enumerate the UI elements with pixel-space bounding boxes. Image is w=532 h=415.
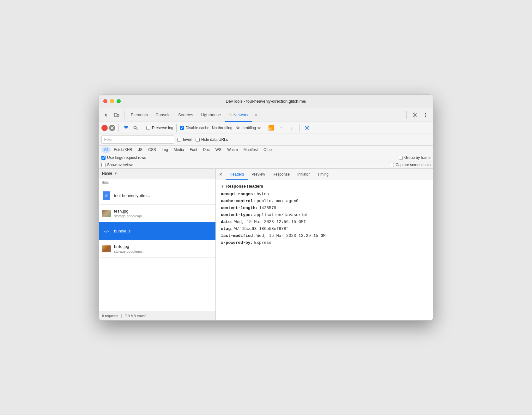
record-button[interactable] (101, 125, 108, 131)
detail-tab-preview[interactable]: Preview (248, 169, 269, 180)
detail-tab-response[interactable]: Response (269, 169, 293, 180)
network-settings-icon[interactable] (303, 123, 311, 132)
detail-tab-timing[interactable]: Timing (313, 169, 332, 180)
resource-tab-other[interactable]: Other (261, 147, 275, 153)
network-divider-3 (176, 124, 177, 132)
resource-tab-ws[interactable]: WS (213, 147, 224, 153)
detail-tab-headers[interactable]: Headers (226, 169, 248, 180)
resource-tab-media[interactable]: Media (171, 147, 187, 153)
js-file-icon: </> (102, 227, 111, 236)
file-name-brrto: brrto.jpg (114, 244, 145, 249)
invert-checkbox[interactable] (177, 138, 181, 142)
header-value: Wed, 15 Mar 2023 12:29:15 GMT (257, 233, 328, 238)
tab-console[interactable]: Console (152, 108, 174, 122)
img-file-icon (102, 209, 111, 218)
close-button[interactable] (103, 99, 107, 103)
resource-tab-css[interactable]: CSS (146, 147, 159, 153)
filter-bar: Invert Hide data URLs (99, 134, 433, 146)
tab-sources[interactable]: Sources (175, 108, 196, 122)
hide-data-urls-label[interactable]: Hide data URLs (196, 137, 228, 142)
download-icon[interactable]: ↓ (287, 123, 296, 132)
upload-icon[interactable]: ↑ (276, 123, 285, 132)
use-large-rows-checkbox[interactable] (101, 156, 106, 160)
resource-tab-font[interactable]: Font (187, 147, 200, 153)
options-row-1: Use large request rows Group by frame (99, 154, 433, 161)
maximize-button[interactable] (117, 99, 121, 103)
svg-line-9 (136, 129, 137, 130)
show-overview-checkbox[interactable] (101, 163, 106, 167)
img-icon (102, 210, 111, 217)
header-row: last-modified: Wed, 15 Mar 2023 12:29:15… (221, 233, 428, 238)
resource-tab-js[interactable]: JS (136, 147, 145, 153)
network-divider-5 (299, 124, 299, 132)
devtools-window: DevTools - foul-heavenly-direction.glitc… (99, 94, 433, 321)
resource-tab-img[interactable]: Img (159, 147, 171, 153)
header-value: public, max-age=0 (257, 199, 299, 203)
section-triangle-icon: ▼ (221, 184, 224, 188)
clear-button[interactable] (109, 125, 115, 131)
capture-screenshots-label[interactable]: Capture screenshots (390, 163, 431, 167)
svg-rect-1 (117, 114, 119, 117)
preserve-log-label[interactable]: Preserve log (146, 126, 173, 130)
cursor-icon[interactable] (102, 111, 111, 119)
svg-point-3 (425, 113, 426, 114)
file-row-partial[interactable]: /libs (99, 178, 215, 187)
tab-elements[interactable]: Elements (128, 108, 151, 122)
detail-close-button[interactable]: ✕ (218, 171, 224, 177)
network-divider-1 (118, 124, 119, 132)
header-row: accept-ranges: bytes (221, 192, 428, 196)
doc-file-icon (102, 191, 111, 200)
more-options-icon[interactable] (421, 111, 430, 119)
filter-icon[interactable] (122, 124, 130, 132)
hide-data-urls-checkbox[interactable] (196, 138, 200, 142)
network-divider-2 (143, 124, 143, 132)
wifi-icon: 📶 (268, 125, 275, 131)
show-overview-label[interactable]: Show overview (101, 163, 133, 167)
detail-content: ▼ Response Headers accept-ranges: bytesc… (216, 180, 433, 320)
resource-tab-manifest[interactable]: Manifest (241, 147, 260, 153)
throttle-select[interactable]: No throttling (233, 125, 262, 130)
resource-tabs: AllFetch/XHRJSCSSImgMediaFontDocWSWasmMa… (99, 146, 433, 154)
header-name: date: (221, 220, 233, 224)
filter-input[interactable] (101, 135, 174, 144)
header-name: content-type: (221, 213, 253, 217)
resource-tab-fetch[interactable]: Fetch/XHR (111, 147, 135, 153)
settings-icon[interactable] (410, 111, 419, 119)
detail-tab-initiator[interactable]: Initiator (293, 169, 313, 180)
main-toolbar: Elements Console Sources Lighthouse ⚠ Ne… (99, 108, 433, 122)
device-toggle-icon[interactable] (112, 111, 121, 119)
svg-rect-0 (114, 113, 117, 117)
file-name-foul: foul-heavenly-dire... (114, 193, 150, 198)
search-icon[interactable] (131, 124, 140, 132)
header-row: date: Wed, 15 Mar 2023 12:56:15 GMT (221, 220, 428, 224)
header-name: x-powered-by: (221, 240, 253, 245)
network-toolbar: Preserve log Disable cache No throttling… (99, 122, 433, 134)
resource-tab-all[interactable]: All (101, 147, 111, 153)
header-row: x-powered-by: Express (221, 240, 428, 245)
invert-label[interactable]: Invert (177, 137, 192, 142)
file-row-brrto[interactable]: brrto.jpgstorage.googleapi... (99, 240, 215, 258)
capture-screenshots-checkbox[interactable] (390, 163, 394, 167)
minimize-button[interactable] (110, 99, 114, 103)
tab-more-button[interactable]: » (253, 112, 259, 117)
use-large-rows-label[interactable]: Use large request rows (101, 155, 146, 160)
disable-cache-checkbox[interactable] (180, 126, 184, 130)
img-file-icon (102, 244, 111, 253)
group-by-frame-checkbox[interactable] (399, 156, 403, 160)
preserve-log-checkbox[interactable] (146, 126, 150, 130)
file-row-fesh[interactable]: fesh.jpgstorage.googleapi... (99, 205, 215, 222)
disable-cache-label[interactable]: Disable cache (180, 126, 209, 130)
upload-download-icons: 📶 ↑ ↓ (268, 123, 296, 132)
resource-tab-doc[interactable]: Doc (200, 147, 212, 153)
header-value: application/javascript (254, 213, 308, 217)
header-row: cache-control: public, max-age=0 (221, 199, 428, 203)
file-row-foul[interactable]: foul-heavenly-dire... (99, 187, 215, 205)
resource-tab-wasm[interactable]: Wasm (225, 147, 240, 153)
tab-lighthouse[interactable]: Lighthouse (198, 108, 224, 122)
doc-icon (103, 191, 110, 200)
tab-network[interactable]: ⚠ Network (225, 108, 251, 122)
file-row-bundle[interactable]: </> bundle.js (99, 222, 215, 240)
header-name: cache-control: (221, 199, 255, 203)
requests-count: 8 requests (102, 314, 118, 318)
group-by-frame-label[interactable]: Group by frame (399, 155, 431, 160)
